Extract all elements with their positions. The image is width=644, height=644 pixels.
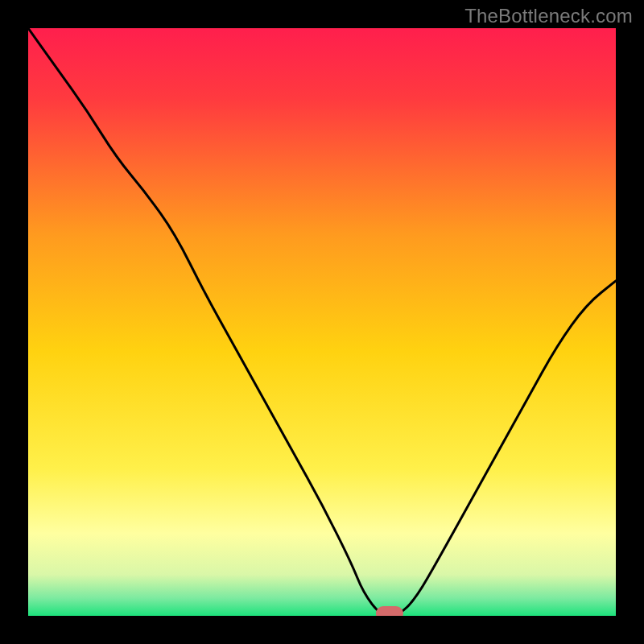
watermark-label: TheBottleneck.com — [464, 5, 633, 27]
gradient-background — [28, 28, 616, 616]
optimal-marker — [376, 606, 403, 616]
plot-area — [28, 28, 616, 616]
chart-svg — [28, 28, 616, 616]
chart-frame: TheBottleneck.com — [0, 0, 644, 644]
